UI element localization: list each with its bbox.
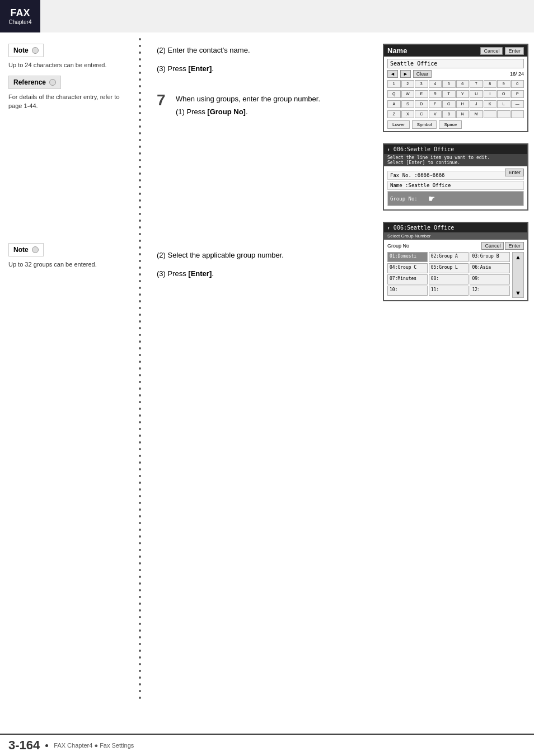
- key-b[interactable]: B: [442, 110, 456, 118]
- screen2-title: ⬆ 006:Seattle Office: [384, 144, 527, 154]
- step6-sub3: (3) Press [Enter].: [157, 62, 366, 75]
- nav-left-button[interactable]: ◄: [387, 70, 398, 78]
- step6-block: (2) Enter the contact's name. (3) Press …: [157, 44, 366, 76]
- reference-circle: [49, 79, 56, 86]
- key-a[interactable]: A: [387, 100, 401, 108]
- reference-text: For details of the character entry, refe…: [8, 92, 126, 111]
- name-enter-button[interactable]: Enter: [505, 47, 524, 55]
- scroll-down-button[interactable]: ▼: [515, 290, 521, 296]
- name-cancel-button[interactable]: Cancel: [480, 47, 503, 55]
- key-8[interactable]: 8: [484, 80, 497, 88]
- cursor-hand-icon: ☛: [429, 193, 435, 204]
- group-cell-06[interactable]: 06:Asia: [470, 263, 510, 273]
- key-empty1: [484, 110, 497, 118]
- key-i[interactable]: I: [484, 90, 497, 98]
- screen3-title: ⬆ 006:Seattle Office: [384, 223, 527, 232]
- footer-text: FAX Chapter4 ● Fax Settings: [54, 742, 134, 749]
- group-cell-04[interactable]: 04:Group C: [387, 263, 428, 273]
- key-u[interactable]: U: [470, 90, 483, 98]
- name-input-field[interactable]: Seattle Office: [387, 59, 524, 68]
- note2-label: Note: [13, 246, 29, 254]
- key-v[interactable]: V: [429, 110, 442, 118]
- key-l[interactable]: L: [497, 100, 510, 108]
- key-s[interactable]: S: [401, 100, 415, 108]
- fax-no-field: Fax No. :6666-6666: [387, 171, 524, 180]
- nav-right-button[interactable]: ►: [400, 70, 411, 78]
- key-dash[interactable]: —: [511, 100, 524, 108]
- key-1[interactable]: 1: [387, 80, 401, 88]
- screen2-subtitle: Select the line item you want to edit.Se…: [384, 154, 527, 166]
- key-q[interactable]: Q: [387, 90, 401, 98]
- note1-box: Note: [8, 44, 44, 57]
- key-z[interactable]: Z: [387, 110, 401, 118]
- name-entry-screen: Name Cancel Enter Seattle Office ◄ ► Cle…: [383, 44, 528, 132]
- group-cell-07[interactable]: 07:Minutes: [387, 274, 428, 284]
- step7-sub2-block: (2) Select the applicable group number. …: [157, 249, 366, 281]
- center-content: (2) Enter the contact's name. (3) Press …: [146, 32, 377, 734]
- key-6[interactable]: 6: [456, 80, 470, 88]
- group-cell-10[interactable]: 10:: [387, 286, 428, 296]
- key-y[interactable]: Y: [456, 90, 470, 98]
- name-input-value: Seattle Office: [390, 60, 437, 67]
- key-o[interactable]: O: [497, 90, 510, 98]
- key-d[interactable]: D: [415, 100, 428, 108]
- key-3[interactable]: 3: [415, 80, 428, 88]
- key-f[interactable]: F: [429, 100, 442, 108]
- left-sidebar: Note Up to 24 characters can be entered.…: [0, 32, 134, 734]
- key-h[interactable]: H: [456, 100, 470, 108]
- keyboard-row4: Z X C V B N M: [387, 110, 524, 118]
- edit-line-screen: ⬆ 006:Seattle Office Select the line ite…: [383, 143, 528, 211]
- note2-text: Up to 32 groups can be entered.: [8, 260, 126, 269]
- note1-circle: [32, 47, 39, 54]
- key-e[interactable]: E: [415, 90, 428, 98]
- lower-button[interactable]: Lower: [387, 120, 410, 129]
- key-m[interactable]: M: [470, 110, 483, 118]
- key-n[interactable]: N: [456, 110, 470, 118]
- key-t[interactable]: T: [442, 90, 456, 98]
- space-button[interactable]: Space: [439, 120, 462, 129]
- clear-button[interactable]: Clear: [413, 70, 432, 78]
- group-cell-05[interactable]: 05:Group L: [429, 263, 469, 273]
- key-c[interactable]: C: [415, 110, 428, 118]
- step7-intro: When using groups, enter the group numbe…: [176, 92, 320, 119]
- key-p[interactable]: P: [511, 90, 524, 98]
- group-cell-03[interactable]: 03:Group B: [470, 252, 510, 262]
- key-7[interactable]: 7: [470, 80, 483, 88]
- reference-box: Reference: [8, 76, 61, 89]
- key-4[interactable]: 4: [429, 80, 442, 88]
- symbol-button[interactable]: Symbol: [412, 120, 437, 129]
- screen2-enter-button[interactable]: Enter: [505, 169, 524, 176]
- step7-sub2: (2) Select the applicable group number.: [157, 249, 366, 262]
- step6-sub2: (2) Enter the contact's name.: [157, 44, 366, 57]
- group-cell-01[interactable]: 01:Domesti: [387, 252, 428, 262]
- scroll-up-button[interactable]: ▲: [515, 254, 521, 260]
- step7-number: 7: [157, 92, 170, 108]
- name-nav-row: ◄ ► Clear 16/ 24: [387, 70, 524, 78]
- key-w[interactable]: W: [401, 90, 415, 98]
- key-5[interactable]: 5: [442, 80, 456, 88]
- char-counter: 16/ 24: [510, 71, 524, 77]
- group-cell-02[interactable]: 02:Group A: [429, 252, 469, 262]
- key-x[interactable]: X: [401, 110, 415, 118]
- reference-label: Reference: [13, 78, 46, 86]
- key-2[interactable]: 2: [401, 80, 415, 88]
- screen3-subtitle: Select Group Number: [384, 232, 527, 240]
- group-cell-08[interactable]: 08:: [429, 274, 469, 284]
- step7-sub3: (3) Press [Enter].: [157, 267, 366, 280]
- group-no-field: Group No: ☛: [387, 191, 524, 206]
- key-g[interactable]: G: [442, 100, 456, 108]
- header-logo: FAX Chapter4: [0, 0, 40, 32]
- key-9[interactable]: 9: [497, 80, 510, 88]
- group-cell-12[interactable]: 12:: [470, 286, 510, 296]
- key-0[interactable]: 0: [511, 80, 524, 88]
- group-cancel-button[interactable]: Cancel: [481, 242, 504, 250]
- group-cell-09[interactable]: 09:: [470, 274, 510, 284]
- group-enter-button[interactable]: Enter: [505, 242, 524, 250]
- name-screen-title: Name: [387, 46, 407, 55]
- key-j[interactable]: J: [470, 100, 483, 108]
- key-r[interactable]: R: [429, 90, 442, 98]
- group-cell-11[interactable]: 11:: [429, 286, 469, 296]
- key-k[interactable]: K: [484, 100, 497, 108]
- group-grid: 01:Domesti 02:Group A 03:Group B 04:Grou…: [387, 252, 510, 296]
- note1-label: Note: [13, 46, 29, 54]
